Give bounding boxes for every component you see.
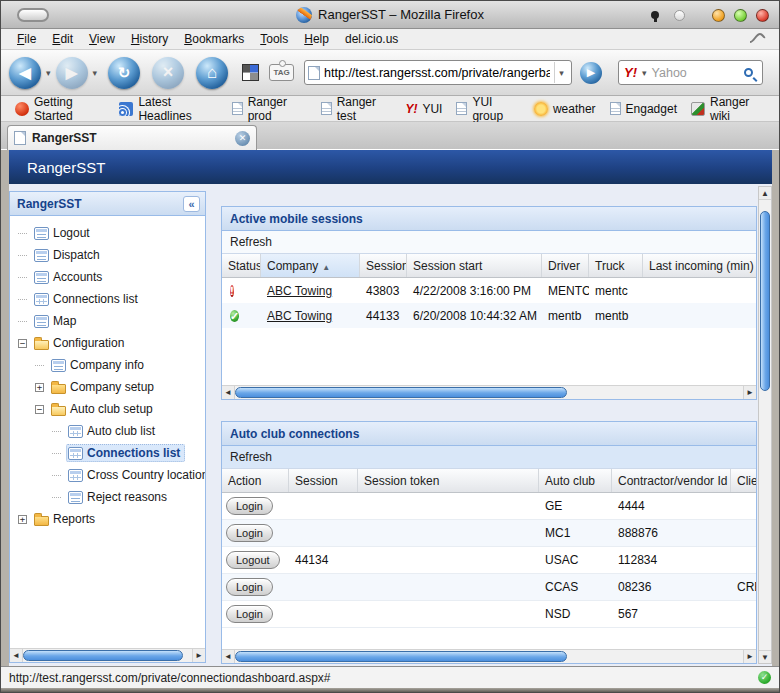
column-header-session[interactable]: Session <box>360 254 407 278</box>
tree-node[interactable]: Auto club setup <box>49 400 158 418</box>
yahoo-engine-icon[interactable]: Y! <box>624 65 637 80</box>
minimize-button[interactable] <box>712 9 725 22</box>
scroll-right-icon[interactable]: ► <box>743 386 756 399</box>
tree-item-logout[interactable]: Logout <box>10 222 205 244</box>
back-button[interactable]: ◀ <box>9 57 41 89</box>
company-link[interactable]: ABC Towing <box>267 309 332 323</box>
column-header-contractor-vendor-id[interactable]: Contractor/vendor Id <box>612 469 731 493</box>
search-icon[interactable] <box>744 68 753 77</box>
tree-item-cross-country-location[interactable]: Cross Country location <box>10 464 205 486</box>
window-menu-button[interactable] <box>17 8 49 22</box>
sidebar-collapse-button[interactable]: « <box>183 196 200 212</box>
column-header-clie[interactable]: Clie <box>731 469 756 493</box>
bookmark-weather[interactable]: weather <box>528 100 602 118</box>
tree-item-dispatch[interactable]: Dispatch <box>10 244 205 266</box>
search-engine-dropdown-icon[interactable]: ▾ <box>642 68 647 78</box>
refresh-button[interactable]: Refresh <box>230 235 272 249</box>
tree-node[interactable]: Reports <box>32 510 100 528</box>
page-vscrollbar[interactable]: ▲ ▼ <box>758 186 772 664</box>
url-bar[interactable]: http://test.rangersst.com/private/ranger… <box>304 60 572 85</box>
tree-item-configuration[interactable]: −Configuration <box>10 332 205 354</box>
maximize-button[interactable] <box>734 9 747 22</box>
tab-rangersst[interactable]: RangerSST ✕ <box>7 125 257 150</box>
column-header-session-token[interactable]: Session token <box>358 469 539 493</box>
tree-node[interactable]: Reject reasons <box>66 488 172 506</box>
column-header-session-start[interactable]: Session start <box>407 254 542 278</box>
login-button[interactable]: Login <box>226 605 273 623</box>
search-input[interactable]: Yahoo <box>652 66 740 80</box>
url-text[interactable]: http://test.rangersst.com/private/ranger… <box>324 66 550 80</box>
key-icon[interactable] <box>749 32 767 44</box>
delicious-icon[interactable] <box>242 64 259 81</box>
close-button[interactable] <box>756 9 769 22</box>
column-header-truck[interactable]: Truck <box>589 254 643 278</box>
stop-button[interactable]: × <box>152 57 184 89</box>
tree-node[interactable]: Map <box>32 312 81 330</box>
expand-node-icon[interactable]: + <box>35 383 44 392</box>
tree-node[interactable]: Auto club list <box>66 422 160 440</box>
scroll-right-icon[interactable]: ► <box>192 649 205 662</box>
tag-button[interactable]: TAG <box>269 64 294 81</box>
scroll-right-icon[interactable]: ► <box>743 650 756 663</box>
tree-node[interactable]: Accounts <box>32 268 107 286</box>
menu-view[interactable]: View <box>81 30 123 48</box>
tree-node[interactable]: Connections list <box>32 290 143 308</box>
refresh-button[interactable]: Refresh <box>230 450 272 464</box>
tree-node[interactable]: Company setup <box>49 378 159 396</box>
go-button[interactable]: ▶ <box>580 62 602 84</box>
home-button[interactable]: ⌂ <box>196 57 228 89</box>
scroll-left-icon[interactable]: ◄ <box>222 650 235 663</box>
login-button[interactable]: Login <box>226 578 273 596</box>
tree-item-connections-list[interactable]: Connections list <box>10 442 205 464</box>
grid-hscrollbar[interactable]: ◄ ► <box>222 385 756 399</box>
column-header-last-incoming-min[interactable]: Last incoming (min) <box>643 254 756 278</box>
login-button[interactable]: Login <box>226 497 273 515</box>
tree-node[interactable]: Dispatch <box>32 246 105 264</box>
grid-hscrollbar[interactable]: ◄ ► <box>222 649 756 663</box>
sidebar-hscrollbar[interactable]: ◄ ► <box>10 648 205 662</box>
column-header-action[interactable]: Action <box>222 469 289 493</box>
tree-node[interactable]: Cross Country location <box>66 466 205 484</box>
collapse-node-icon[interactable]: − <box>35 405 44 414</box>
reload-button[interactable]: ↻ <box>108 57 140 89</box>
scroll-up-icon[interactable]: ▲ <box>759 187 771 200</box>
menu-history[interactable]: History <box>123 30 176 48</box>
bookmark-engadget[interactable]: Engadget <box>604 100 683 118</box>
scroll-left-icon[interactable]: ◄ <box>222 386 235 399</box>
tree-node[interactable]: Company info <box>49 356 149 374</box>
bookmark-latest-headlines[interactable]: Latest Headlines <box>113 93 223 125</box>
bookmark-yui[interactable]: Y!YUI <box>399 100 448 118</box>
tree-item-auto-club-setup[interactable]: −Auto club setup <box>10 398 205 420</box>
bookmark-getting-started[interactable]: Getting Started <box>9 93 111 125</box>
scroll-left-icon[interactable]: ◄ <box>10 649 23 662</box>
tab-close-icon[interactable]: ✕ <box>235 131 250 146</box>
bookmark-ranger-wiki[interactable]: Ranger wiki <box>685 93 771 125</box>
tree-item-reports[interactable]: +Reports <box>10 508 205 530</box>
tree-node[interactable]: Connections list <box>66 444 185 462</box>
tree-node[interactable]: Logout <box>32 224 95 242</box>
tree-node[interactable]: Configuration <box>32 334 129 352</box>
tree-item-auto-club-list[interactable]: Auto club list <box>10 420 205 442</box>
bookmark-ranger-prod[interactable]: Ranger prod <box>226 93 313 125</box>
login-button[interactable]: Login <box>226 524 273 542</box>
company-link[interactable]: ABC Towing <box>267 284 332 298</box>
scroll-thumb[interactable] <box>235 651 567 662</box>
menu-bookmarks[interactable]: Bookmarks <box>176 30 252 48</box>
menu-del-icio-us[interactable]: del.icio.us <box>337 30 406 48</box>
tree-item-reject-reasons[interactable]: Reject reasons <box>10 486 205 508</box>
url-dropdown-icon[interactable]: ▾ <box>554 62 568 83</box>
column-header-status[interactable]: Status <box>222 254 261 278</box>
column-header-driver[interactable]: Driver <box>542 254 589 278</box>
forward-button[interactable]: ▶ <box>56 57 88 89</box>
menu-file[interactable]: File <box>9 30 44 48</box>
menu-help[interactable]: Help <box>296 30 337 48</box>
forward-dropdown-icon[interactable]: ▾ <box>93 68 98 78</box>
scroll-thumb[interactable] <box>235 387 567 398</box>
tree-item-map[interactable]: Map <box>10 310 205 332</box>
search-bar[interactable]: Y! ▾ Yahoo <box>618 60 763 85</box>
column-header-session[interactable]: Session <box>289 469 358 493</box>
bookmark-yui-group[interactable]: YUI group <box>450 93 525 125</box>
menu-tools[interactable]: Tools <box>252 30 296 48</box>
tree-item-accounts[interactable]: Accounts <box>10 266 205 288</box>
tree-item-connections-list[interactable]: Connections list <box>10 288 205 310</box>
